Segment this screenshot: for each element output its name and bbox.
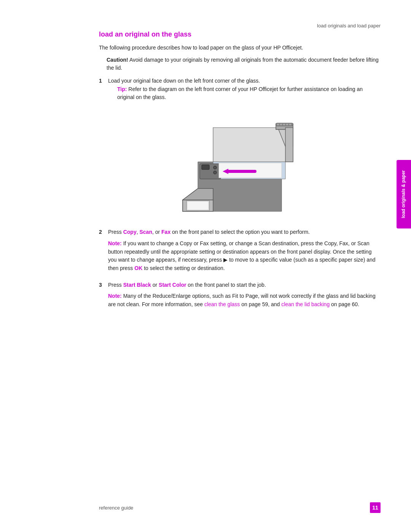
step-1-number: 1 (99, 77, 108, 105)
printer-illustration (175, 112, 304, 219)
caution-text: Avoid damage to your originals by removi… (107, 57, 379, 71)
svg-rect-1 (202, 165, 209, 169)
svg-rect-8 (280, 124, 282, 125)
step-3: 3 Press Start Black or Start Color on th… (99, 281, 381, 313)
step-2-number: 2 (99, 228, 108, 277)
step-2-note: Note: If you want to change a Copy or Fa… (108, 240, 381, 273)
step-3-content: Press Start Black or Start Color on the … (108, 281, 381, 313)
step-1-text: Load your original face down on the left… (108, 78, 260, 84)
svg-rect-11 (289, 124, 291, 125)
svg-rect-9 (283, 124, 285, 125)
svg-rect-10 (286, 124, 288, 125)
caution-block: Caution! Avoid damage to your originals … (99, 56, 381, 72)
tip-label: Tip: (117, 86, 127, 92)
step-2-content: Press Copy, Scan, or Fax on the front pa… (108, 228, 381, 277)
tip-text: Refer to the diagram on the left front c… (117, 86, 363, 101)
svg-point-2 (213, 166, 217, 169)
side-tab-label: load originals & paper (401, 170, 407, 218)
printer-image-area (99, 112, 381, 219)
clean-lid-link: clean the lid backing (281, 301, 330, 307)
start-color-keyword: Start Color (159, 282, 186, 288)
start-black-keyword: Start Black (123, 282, 151, 288)
step-2-text: Press Copy, Scan, or Fax on the front pa… (108, 229, 310, 235)
scan-keyword: Scan (139, 229, 152, 235)
step-2-note-label: Note: (108, 240, 122, 246)
step-1-content: Load your original face down on the left… (108, 77, 381, 105)
page-number: 11 (370, 502, 381, 513)
caution-label: Caution! (107, 57, 128, 63)
fax-keyword: Fax (161, 229, 170, 235)
page-header: load originals and load paper (317, 23, 381, 29)
step-3-note-text: Many of the Reduce/Enlarge options, such… (108, 293, 376, 307)
copy-keyword: Copy (123, 229, 137, 235)
step-3-number: 3 (99, 281, 108, 313)
step-3-note-label: Note: (108, 293, 122, 299)
side-tab: load originals & paper (397, 160, 411, 228)
step-2-note-text: If you want to change a Copy or Fax sett… (108, 240, 376, 271)
clean-glass-link: clean the glass (204, 301, 240, 307)
svg-point-3 (213, 171, 217, 174)
step-3-text: Press Start Black or Start Color on the … (108, 282, 266, 288)
step-1: 1 Load your original face down on the le… (99, 77, 381, 105)
intro-text: The following procedure describes how to… (99, 44, 381, 52)
page: load originals and load paper load origi… (0, 0, 411, 532)
svg-rect-7 (277, 124, 279, 125)
step-3-note: Note: Many of the Reduce/Enlarge options… (108, 292, 381, 308)
section-heading: load an original on the glass (99, 30, 381, 38)
tip-block: Tip: Refer to the diagram on the left fr… (117, 85, 381, 102)
footer-label: reference guide (99, 505, 133, 511)
main-content: load an original on the glass The follow… (99, 30, 381, 313)
ok-keyword: OK (134, 265, 142, 271)
step-2: 2 Press Copy, Scan, or Fax on the front … (99, 228, 381, 277)
page-footer: reference guide 11 (0, 502, 411, 513)
